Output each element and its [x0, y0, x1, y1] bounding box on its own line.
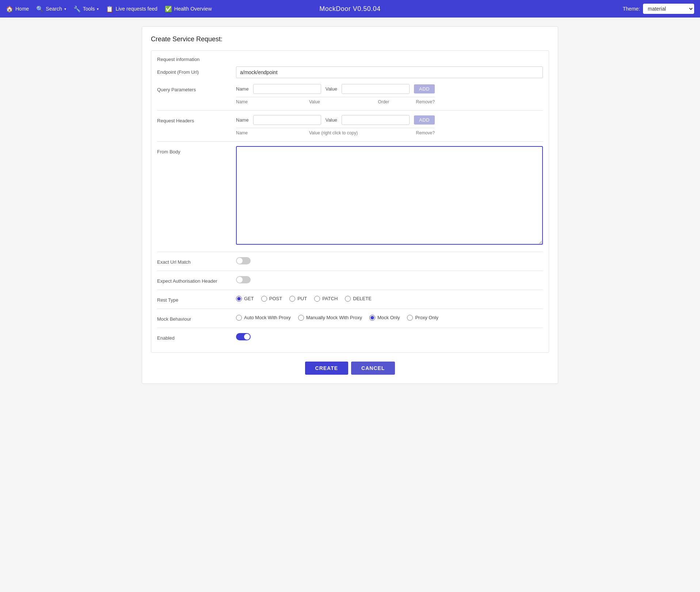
theme-label: Theme: — [623, 6, 640, 12]
query-params-row: Query Parameters Name Value ADD Name Val… — [157, 84, 543, 104]
exact-url-slider — [236, 257, 251, 264]
mock-behaviour-row: Mock Behaviour Auto Mock With Proxy Manu… — [157, 313, 543, 322]
mock-manual-label: Manually Mock With Proxy — [306, 315, 362, 320]
query-params-row-inner: Query Parameters Name Value ADD Name Val… — [157, 84, 435, 104]
expect-auth-toggle-wrap — [236, 276, 251, 283]
headers-name-input[interactable] — [253, 115, 321, 125]
search-chevron-icon: ▾ — [64, 7, 66, 11]
query-col-name: Name — [236, 99, 309, 104]
mock-manual[interactable]: Manually Mock With Proxy — [298, 315, 362, 321]
enabled-toggle-wrap — [236, 333, 251, 340]
exact-url-toggle[interactable] — [236, 257, 251, 264]
section-label: Request information — [157, 57, 543, 62]
mock-only-label: Mock Only — [377, 315, 400, 320]
rest-patch-label: PATCH — [322, 296, 338, 301]
expect-auth-row: Expect Authorisation Header — [157, 275, 543, 284]
from-body-textarea[interactable] — [236, 146, 543, 245]
nav-left: 🏠 Home 🔍 Search ▾ 🔧 Tools ▾ 📋 Live reque… — [6, 5, 212, 12]
cancel-button[interactable]: CANCEL — [351, 362, 395, 375]
rest-type-put[interactable]: PUT — [289, 296, 307, 302]
query-add-button[interactable]: ADD — [414, 84, 435, 93]
headers-value-label: Value — [326, 117, 337, 123]
rest-post-label: POST — [269, 296, 282, 301]
query-value-input[interactable] — [342, 84, 410, 94]
rest-delete-label: DELETE — [353, 296, 372, 301]
nav-home-label: Home — [15, 6, 29, 12]
divider-5 — [157, 290, 543, 290]
nav-home[interactable]: 🏠 Home — [6, 5, 29, 12]
mock-only[interactable]: Mock Only — [369, 315, 400, 321]
query-name-input[interactable] — [253, 84, 321, 94]
endpoint-label: Endpoint (From Url) — [157, 66, 230, 75]
exact-url-row: Exact Url Match — [157, 256, 543, 265]
from-body-label: From Body — [157, 146, 230, 154]
navbar: 🏠 Home 🔍 Search ▾ 🔧 Tools ▾ 📋 Live reque… — [0, 0, 700, 18]
request-headers-row-inner: Request Headers Name Value ADD Name Valu… — [157, 115, 435, 135]
health-icon: ✅ — [165, 5, 172, 12]
rest-type-get[interactable]: GET — [236, 296, 254, 302]
rest-type-row: Rest Type GET POST PUT — [157, 294, 543, 303]
enabled-label: Enabled — [157, 332, 230, 341]
exact-url-label: Exact Url Match — [157, 256, 230, 265]
endpoint-wrap — [236, 66, 543, 78]
app-title: MockDoor V0.50.04 — [319, 5, 381, 13]
query-name-label: Name — [236, 86, 249, 92]
request-headers-row: Request Headers Name Value ADD Name Valu… — [157, 115, 543, 135]
tools-icon: 🔧 — [73, 5, 81, 12]
query-col-value: Value — [309, 99, 362, 104]
mock-auto[interactable]: Auto Mock With Proxy — [236, 315, 291, 321]
divider-6 — [157, 309, 543, 309]
enabled-slider — [236, 333, 251, 340]
headers-col-value: Value (right click to copy) — [309, 130, 406, 135]
query-params-label: Query Parameters — [157, 84, 230, 92]
headers-col-name: Name — [236, 130, 309, 135]
proxy-only[interactable]: Proxy Only — [407, 315, 438, 321]
query-col-remove: Remove? — [406, 99, 435, 104]
expect-auth-slider — [236, 276, 251, 283]
action-buttons: CREATE CANCEL — [151, 362, 549, 375]
nav-search[interactable]: 🔍 Search ▾ — [36, 5, 66, 12]
nav-right: Theme: material light dark — [623, 4, 694, 14]
exact-url-toggle-wrap — [236, 257, 251, 264]
headers-table-header: Name Value (right click to copy) Remove? — [236, 128, 435, 135]
request-headers-label: Request Headers — [157, 115, 230, 123]
nav-live-requests-label: Live requests feed — [115, 6, 157, 12]
headers-col-remove: Remove? — [406, 130, 435, 135]
query-params-wrap: Name Value ADD Name Value Order Remove? — [236, 84, 435, 104]
theme-select[interactable]: material light dark — [643, 4, 694, 14]
from-body-wrap — [236, 146, 543, 246]
request-info-section: Request information Endpoint (From Url) … — [151, 50, 549, 353]
rest-type-label: Rest Type — [157, 294, 230, 303]
live-requests-icon: 📋 — [106, 5, 113, 12]
request-headers-wrap: Name Value ADD Name Value (right click t… — [236, 115, 435, 135]
headers-add-button[interactable]: ADD — [414, 115, 435, 125]
enabled-toggle[interactable] — [236, 333, 251, 340]
proxy-only-label: Proxy Only — [415, 315, 438, 320]
endpoint-row: Endpoint (From Url) — [157, 66, 543, 78]
nav-search-label: Search — [46, 6, 62, 12]
rest-type-patch[interactable]: PATCH — [314, 296, 338, 302]
endpoint-input[interactable] — [236, 66, 543, 78]
nav-live-requests[interactable]: 📋 Live requests feed — [106, 5, 157, 12]
rest-type-delete[interactable]: DELETE — [345, 296, 372, 302]
expect-auth-toggle[interactable] — [236, 276, 251, 283]
headers-value-input[interactable] — [342, 115, 410, 125]
divider-1 — [157, 110, 543, 111]
nav-tools[interactable]: 🔧 Tools ▾ — [73, 5, 99, 12]
page-title: Create Service Request: — [151, 35, 549, 43]
divider-4 — [157, 271, 543, 271]
expect-auth-label: Expect Authorisation Header — [157, 275, 230, 284]
rest-type-radio-group: GET POST PUT PATCH — [236, 296, 372, 302]
enabled-row: Enabled — [157, 332, 543, 341]
headers-name-label: Name — [236, 117, 249, 123]
query-params-input-row: Name Value ADD — [236, 84, 435, 94]
rest-type-post[interactable]: POST — [261, 296, 282, 302]
from-body-row: From Body — [157, 146, 543, 246]
divider-2 — [157, 141, 543, 142]
create-button[interactable]: CREATE — [305, 362, 349, 375]
nav-health-overview[interactable]: ✅ Health Overview — [165, 5, 212, 12]
query-params-table-header: Name Value Order Remove? — [236, 97, 435, 104]
mock-behaviour-label: Mock Behaviour — [157, 313, 230, 322]
tools-chevron-icon: ▾ — [97, 7, 99, 11]
divider-7 — [157, 328, 543, 328]
